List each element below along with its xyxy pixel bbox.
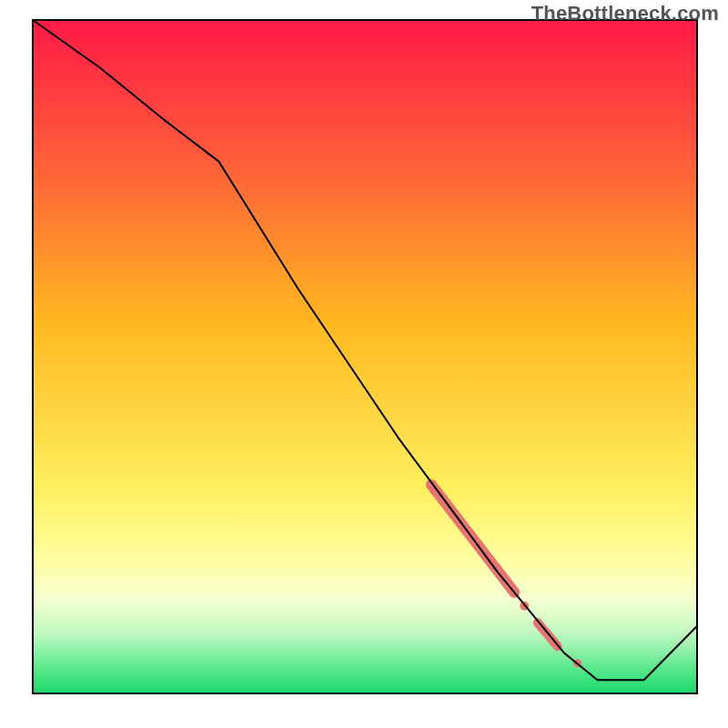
bottleneck-chart [0,0,728,728]
chart-stage: TheBottleneck.com [0,0,728,728]
plot-background [33,20,697,693]
watermark-text: TheBottleneck.com [531,2,719,25]
